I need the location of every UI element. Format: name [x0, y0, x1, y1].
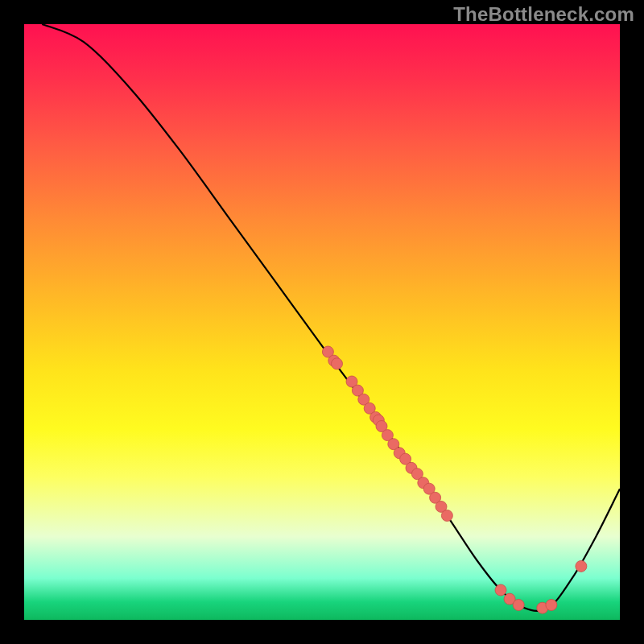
data-point: [423, 483, 435, 494]
data-point: [504, 593, 515, 605]
data-point: [352, 385, 363, 396]
watermark-text: TheBottleneck.com: [453, 3, 634, 26]
chart-svg: [24, 24, 620, 620]
data-point: [411, 469, 423, 480]
data-point: [322, 346, 333, 357]
data-point: [406, 462, 417, 473]
data-point: [418, 477, 429, 489]
data-point: [328, 355, 340, 366]
data-point: [364, 402, 375, 414]
data-point: [332, 358, 343, 369]
data-point: [382, 430, 393, 441]
data-points: [322, 346, 587, 613]
data-point: [441, 510, 452, 522]
data-point: [537, 602, 548, 613]
chart-frame: TheBottleneck.com: [0, 0, 644, 644]
data-point: [373, 415, 384, 426]
data-point: [546, 600, 557, 611]
plot-area: [24, 24, 620, 620]
data-point: [430, 492, 441, 503]
data-point: [376, 421, 387, 432]
data-point: [370, 411, 382, 423]
data-point: [388, 439, 399, 450]
data-point: [346, 376, 357, 387]
data-point: [436, 501, 447, 512]
bottleneck-curve: [42, 24, 620, 611]
data-point: [400, 453, 411, 464]
data-point: [513, 600, 524, 611]
data-point: [394, 448, 405, 459]
data-point: [358, 394, 369, 405]
data-point: [495, 584, 506, 596]
data-point: [576, 560, 587, 572]
